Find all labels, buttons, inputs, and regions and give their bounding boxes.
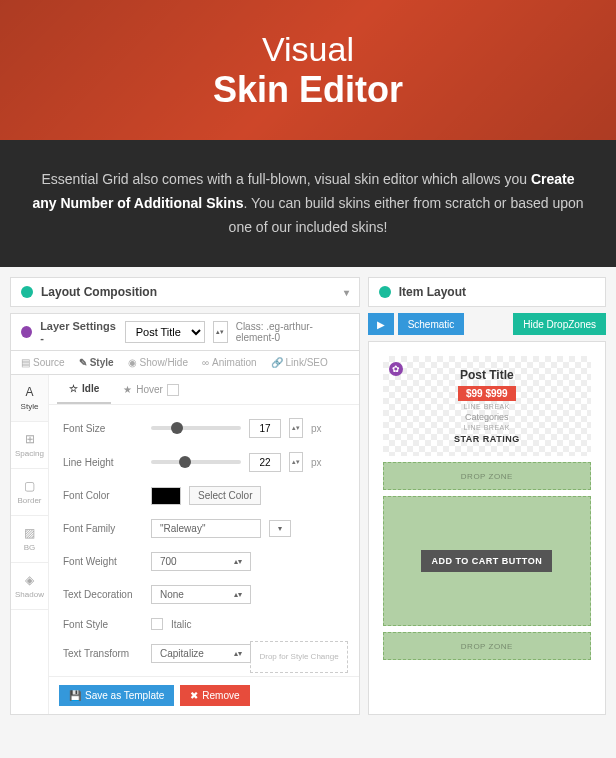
row-font-size: Font Size ▴▾ px [49,411,359,445]
save-template-button[interactable]: 💾 Save as Template [59,685,174,706]
unit: px [311,457,322,468]
composition-title: Layout Composition [41,285,157,299]
text-transform-select[interactable]: Capitalize▴▾ [151,644,251,663]
line-height-input[interactable] [249,453,281,472]
form-rows: Font Size ▴▾ px Line Height ▴▾ px [49,405,359,676]
unit: px [311,423,322,434]
tab-style[interactable]: ✎ Style [79,357,114,368]
side-tabs: AStyle ⊞Spacing ▢Border ▨BG ◈Shadow [11,375,49,714]
dot-icon [21,326,32,338]
font-size-slider[interactable] [151,426,241,430]
dot-icon [21,286,33,298]
side-tab-shadow[interactable]: ◈Shadow [11,563,48,610]
hero-title-thin: Visual [262,30,354,69]
row-line-height: Line Height ▴▾ px [49,445,359,479]
side-tab-spacing[interactable]: ⊞Spacing [11,422,48,469]
label-text-decoration: Text Decoration [63,589,143,600]
label-text-transform: Text Transform [63,648,143,659]
item-canvas: ✿ Post Title $99 $999 LINE BREAK Categor… [368,341,606,715]
hero-title-bold: Skin Editor [213,69,403,111]
add-to-cart-button[interactable]: ADD TO CART BUTTON [421,550,552,572]
style-body: AStyle ⊞Spacing ▢Border ▨BG ◈Shadow ☆ Id… [10,375,360,715]
line-height-slider[interactable] [151,460,241,464]
font-family-select[interactable]: "Raleway" [151,519,261,538]
select-color-button[interactable]: Select Color [189,486,261,505]
left-column: Layout Composition ▾ Layer Settings - Po… [10,277,360,715]
hide-dropzones-button[interactable]: Hide DropZones [513,313,606,335]
hover-checkbox[interactable] [167,384,179,396]
side-tab-bg[interactable]: ▨BG [11,516,48,563]
font-family-dropdown[interactable]: ▾ [269,520,291,537]
play-button[interactable]: ▶ [368,313,394,335]
drop-zone-main[interactable]: ADD TO CART BUTTON [383,496,591,626]
tab-showhide[interactable]: ◉ Show/Hide [128,357,188,368]
item-layout-header[interactable]: Item Layout [368,277,606,307]
label-line-height: Line Height [63,457,143,468]
item-preview[interactable]: ✿ Post Title $99 $999 LINE BREAK Categor… [383,356,591,456]
composition-header[interactable]: Layout Composition ▾ [10,277,360,307]
side-tab-border[interactable]: ▢Border [11,469,48,516]
drop-zone[interactable]: DROP ZONE [383,632,591,660]
right-toolbar: ▶ Schematic Hide DropZones [368,313,606,335]
intro-pre: Essential Grid also comes with a full-bl… [41,171,530,187]
preview-linebreak: LINE BREAK [391,424,583,431]
item-layout-title: Item Layout [399,285,466,299]
font-weight-select[interactable]: 700▴▾ [151,552,251,571]
layer-select[interactable]: Post Title [125,321,205,343]
state-tabs: ☆ Idle ★ Hover [49,375,359,405]
row-font-family: Font Family "Raleway" ▾ [49,512,359,545]
tab-linkseo[interactable]: 🔗 Link/SEO [271,357,328,368]
italic-label: Italic [171,619,192,630]
layer-settings-row: Layer Settings - Post Title ▴▾ Class: .e… [10,313,360,351]
layer-order-stepper[interactable]: ▴▾ [213,321,228,343]
line-height-stepper[interactable]: ▴▾ [289,452,303,472]
preview-price[interactable]: $99 $999 [458,386,516,401]
side-tab-style[interactable]: AStyle [11,375,48,422]
tab-source[interactable]: ▤ Source [21,357,65,368]
layer-label: Layer Settings - [40,320,117,344]
preview-star-rating[interactable]: STAR RATING [391,434,583,444]
text-decoration-select[interactable]: None▴▾ [151,585,251,604]
intro-post: . You can build skins either from scratc… [229,195,584,235]
label-font-size: Font Size [63,423,143,434]
italic-checkbox[interactable] [151,618,163,630]
layer-class-label: Class: .eg-arthur-element-0 [236,321,349,343]
gear-icon[interactable]: ✿ [389,362,403,376]
hero-banner: Visual Skin Editor [0,0,616,140]
schematic-button[interactable]: Schematic [398,313,465,335]
dot-icon [379,286,391,298]
drop-zone[interactable]: DROP ZONE [383,462,591,490]
tab-hover[interactable]: ★ Hover [111,375,191,404]
tab-idle[interactable]: ☆ Idle [57,375,111,404]
tab-animation[interactable]: ∞ Animation [202,357,257,368]
row-font-color: Font Color Select Color [49,479,359,512]
chevron-down-icon[interactable]: ▾ [344,287,349,298]
drop-hint[interactable]: Drop for Style Change [250,641,347,673]
label-font-style: Font Style [63,619,143,630]
preview-linebreak: LINE BREAK [391,403,583,410]
font-size-input[interactable] [249,419,281,438]
editor-container: Layout Composition ▾ Layer Settings - Po… [0,267,616,725]
row-font-weight: Font Weight 700▴▾ [49,545,359,578]
layer-tabs: ▤ Source ✎ Style ◉ Show/Hide ∞ Animation… [10,351,360,375]
intro-text: Essential Grid also comes with a full-bl… [0,140,616,267]
remove-button[interactable]: ✖ Remove [180,685,249,706]
row-font-style: Font Style Italic [49,611,359,637]
label-font-color: Font Color [63,490,143,501]
preview-categories[interactable]: Categories [391,412,583,422]
row-text-decoration: Text Decoration None▴▾ [49,578,359,611]
font-size-stepper[interactable]: ▴▾ [289,418,303,438]
right-column: Item Layout ▶ Schematic Hide DropZones ✿… [368,277,606,715]
preview-post-title[interactable]: Post Title [391,368,583,382]
label-font-weight: Font Weight [63,556,143,567]
layer-panel: Layer Settings - Post Title ▴▾ Class: .e… [10,313,360,715]
label-font-family: Font Family [63,523,143,534]
style-content: ☆ Idle ★ Hover Font Size ▴▾ px Line Heig [49,375,359,714]
color-swatch[interactable] [151,487,181,505]
button-row: 💾 Save as Template ✖ Remove [49,676,359,714]
